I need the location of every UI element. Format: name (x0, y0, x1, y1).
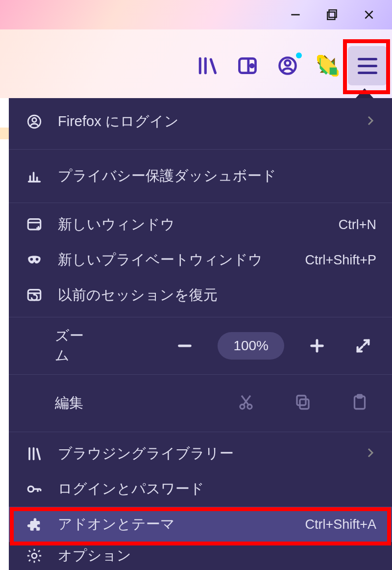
svg-point-12 (285, 60, 291, 66)
svg-line-7 (211, 59, 215, 73)
puzzle-icon (24, 516, 44, 533)
svg-marker-17 (330, 68, 337, 75)
decorative-strip (0, 128, 9, 139)
separator (9, 317, 392, 317)
menu-pointer-icon (356, 88, 373, 98)
menu-item-label: 新しいウィンドウ (58, 215, 325, 234)
copy-button[interactable] (294, 393, 312, 413)
svg-point-52 (32, 553, 37, 558)
download-arrow-icon[interactable] (309, 47, 347, 85)
notification-dot-icon (296, 52, 302, 58)
menu-zoom-row: ズーム 100% (9, 321, 392, 370)
menu-item-privacy-dashboard[interactable]: プライバシー保護ダッシュボード (9, 154, 392, 199)
zoom-out-button[interactable] (172, 333, 198, 359)
menu-item-label: オプション (58, 546, 376, 566)
svg-point-29 (36, 258, 39, 261)
zoom-value: 100% (233, 338, 269, 353)
menu-item-new-window[interactable]: 新しいウィンドウ Ctrl+N (9, 207, 392, 242)
menu-item-label: ログインとパスワード (58, 479, 376, 499)
menu-item-addons[interactable]: アドオンとテーマ Ctrl+Shift+A (9, 507, 392, 542)
fullscreen-button[interactable] (350, 333, 376, 359)
menu-item-label: 新しいプライベートウィンドウ (58, 250, 291, 270)
mask-icon (24, 252, 44, 268)
zoom-level-button[interactable]: 100% (218, 332, 284, 360)
paste-button[interactable] (351, 393, 368, 413)
svg-rect-41 (300, 399, 309, 409)
separator (9, 432, 392, 432)
svg-point-19 (32, 118, 37, 122)
account-icon[interactable] (269, 47, 307, 85)
key-icon (24, 481, 44, 497)
new-window-icon (24, 216, 44, 233)
chart-icon (24, 168, 44, 184)
account-circle-icon (24, 113, 44, 130)
library-books-icon (24, 445, 44, 462)
menu-item-restore-session[interactable]: 以前のセッションを復元 (9, 278, 392, 313)
zoom-in-button[interactable] (304, 333, 330, 359)
svg-point-10 (250, 64, 253, 67)
zoom-label: ズーム (24, 326, 98, 365)
edit-label: 編集 (24, 393, 122, 413)
close-button[interactable] (350, 0, 387, 29)
separator (9, 374, 392, 375)
maximize-button[interactable] (314, 0, 350, 29)
window-controls-bar (0, 0, 392, 29)
gear-icon (24, 547, 44, 564)
svg-line-47 (37, 449, 40, 459)
chevron-right-icon (365, 446, 376, 462)
menu-item-shortcut: Ctrl+N (339, 217, 376, 233)
menu-item-shortcut: Ctrl+Shift+A (305, 517, 376, 532)
minimize-button[interactable] (277, 0, 314, 29)
svg-point-38 (247, 405, 252, 409)
menu-item-label: プライバシー保護ダッシュボード (58, 166, 376, 186)
app-menu-panel: Firefox にログイン プライバシー保護ダッシュボード 新しいウィンドウ C… (9, 98, 392, 570)
hamburger-icon (358, 58, 377, 74)
menu-item-new-private-window[interactable]: 新しいプライベートウィンドウ Ctrl+Shift+P (9, 242, 392, 278)
svg-rect-42 (297, 396, 306, 406)
separator (9, 203, 392, 203)
menu-item-shortcut: Ctrl+Shift+P (305, 253, 376, 268)
separator (9, 149, 392, 150)
chevron-right-icon (365, 114, 376, 130)
menu-item-label: ブラウジングライブラリー (58, 444, 351, 464)
library-icon[interactable] (188, 47, 226, 85)
menu-item-options[interactable]: オプション (9, 542, 392, 570)
menu-item-label: 以前のセッションを復元 (58, 285, 376, 305)
sidebar-icon[interactable] (228, 47, 267, 85)
browser-toolbar (0, 29, 392, 98)
menu-edit-row: 編集 (9, 379, 392, 428)
cut-button[interactable] (237, 393, 255, 413)
svg-point-28 (30, 258, 33, 261)
menu-item-login[interactable]: Firefox にログイン (9, 98, 392, 145)
menu-item-label: Firefox にログイン (58, 112, 351, 131)
svg-point-37 (240, 405, 245, 409)
restore-icon (24, 287, 44, 304)
svg-point-48 (28, 486, 33, 492)
menu-item-label: アドオンとテーマ (58, 515, 291, 534)
app-menu-button[interactable] (348, 46, 387, 85)
menu-item-logins[interactable]: ログインとパスワード (9, 471, 392, 507)
menu-item-library[interactable]: ブラウジングライブラリー (9, 436, 392, 471)
